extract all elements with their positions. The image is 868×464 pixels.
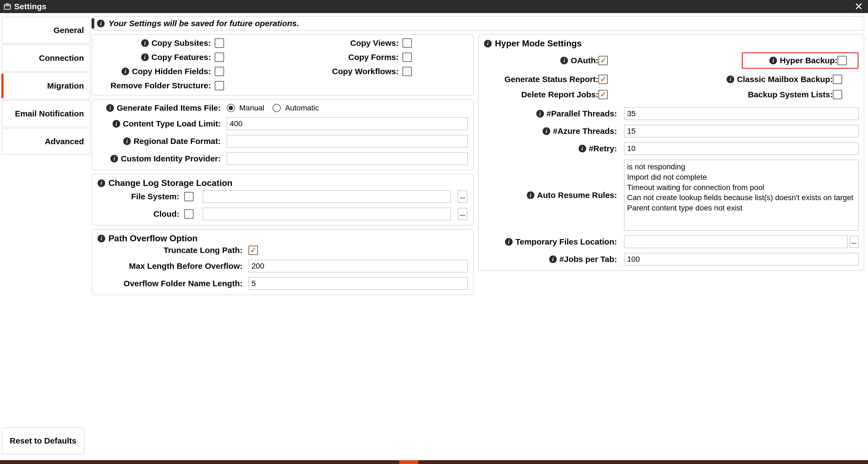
- jobs-per-tab-input[interactable]: [624, 253, 859, 266]
- remove-folder-structure-label: Remove Folder Structure:: [111, 81, 211, 90]
- generate-status-report-checkbox[interactable]: [598, 75, 608, 84]
- failed-items-automatic-radio[interactable]: [273, 104, 281, 112]
- classic-mailbox-backup-checkbox[interactable]: [833, 75, 842, 84]
- regional-date-format-input[interactable]: [227, 135, 468, 148]
- delete-report-jobs-checkbox[interactable]: [598, 90, 608, 99]
- path-overflow-panel: Path Overflow Option Truncate Long Path:…: [92, 229, 473, 295]
- info-icon: [505, 238, 513, 246]
- cloud-path-input[interactable]: [203, 208, 451, 220]
- max-length-before-overflow-input[interactable]: [249, 260, 468, 272]
- change-log-panel: Change Log Storage Location File System:…: [92, 174, 473, 225]
- sidebar: General Connection Migration Email Notif…: [0, 13, 91, 460]
- hyper-mode-title: Hyper Mode Settings: [495, 38, 582, 49]
- tab-label: Email Notification: [15, 109, 84, 118]
- copy-hidden-fields-label: Copy Hidden Fields:: [132, 67, 211, 76]
- copy-hidden-fields-checkbox[interactable]: [215, 67, 224, 76]
- info-icon: [527, 191, 534, 199]
- temporary-files-location-input[interactable]: [624, 236, 847, 248]
- overflow-folder-name-length-label: Overflow Folder Name Length:: [123, 279, 243, 288]
- copy-features-checkbox[interactable]: [215, 53, 224, 62]
- file-system-browse-button[interactable]: ...: [458, 191, 467, 203]
- close-icon[interactable]: ✕: [853, 1, 865, 12]
- hyper-backup-checkbox[interactable]: [837, 56, 847, 65]
- tab-email-notification[interactable]: Email Notification: [2, 100, 90, 127]
- oauth-checkbox[interactable]: [598, 56, 608, 65]
- info-icon: [122, 68, 129, 75]
- failed-items-panel: Generate Failed Items File: Manual Autom…: [92, 99, 473, 170]
- file-system-path-input[interactable]: [203, 190, 451, 203]
- jobs-per-tab-label: #Jobs per Tab:: [559, 255, 617, 264]
- content-type-load-limit-label: Content Type Load Limit:: [123, 119, 221, 128]
- azure-threads-label: #Azure Threads:: [553, 126, 617, 136]
- auto-resume-rules-label: Auto Resume Rules:: [537, 191, 617, 200]
- azure-threads-input[interactable]: [624, 125, 859, 137]
- auto-resume-rules-textarea[interactable]: [624, 160, 859, 230]
- info-icon: [98, 235, 105, 242]
- tab-label: Advanced: [45, 137, 84, 146]
- info-icon: [111, 155, 118, 162]
- tab-label: Connection: [39, 54, 84, 63]
- radio-manual-label: Manual: [239, 103, 265, 112]
- parallel-threads-label: #Parallel Threads:: [547, 109, 617, 118]
- tab-label: Migration: [47, 81, 84, 91]
- change-log-title: Change Log Storage Location: [108, 178, 232, 188]
- cloud-label: Cloud:: [153, 209, 179, 219]
- info-icon: [536, 110, 544, 118]
- info-icon: [113, 120, 120, 128]
- parallel-threads-input[interactable]: [624, 107, 859, 120]
- reset-label: Reset to Defaults: [9, 436, 76, 445]
- info-icon: [141, 39, 149, 47]
- retry-input[interactable]: [624, 142, 859, 155]
- copy-forms-checkbox[interactable]: [403, 53, 412, 62]
- delete-report-jobs-label: Delete Report Jobs:: [521, 90, 598, 99]
- info-icon: [97, 20, 105, 27]
- generate-status-report-label: Generate Status Report:: [504, 75, 598, 84]
- max-length-before-overflow-label: Max Length Before Overflow:: [129, 261, 243, 271]
- copy-features-label: Copy Features:: [152, 53, 211, 62]
- tab-connection[interactable]: Connection: [2, 45, 90, 71]
- custom-identity-provider-input[interactable]: [227, 152, 468, 165]
- overflow-folder-name-length-input[interactable]: [249, 277, 468, 290]
- remove-folder-structure-checkbox[interactable]: [215, 81, 224, 90]
- hyper-backup-label: Hyper Backup:: [780, 56, 837, 65]
- backup-system-lists-checkbox[interactable]: [833, 90, 842, 99]
- info-icon: [542, 127, 550, 135]
- copy-workflows-checkbox[interactable]: [403, 67, 412, 76]
- temporary-files-location-label: Temporary Files Location:: [515, 237, 617, 246]
- radio-automatic-label: Automatic: [285, 103, 319, 112]
- temporary-files-location-browse-button[interactable]: ...: [850, 236, 859, 248]
- info-icon: [141, 54, 149, 61]
- cloud-checkbox[interactable]: [184, 209, 193, 219]
- content-type-load-limit-input[interactable]: [227, 118, 468, 130]
- classic-mailbox-backup-label: Classic Mailbox Backup:: [737, 75, 833, 84]
- truncate-long-path-label: Truncate Long Path:: [163, 246, 243, 255]
- oauth-label: OAuth:: [571, 56, 598, 65]
- cloud-browse-button[interactable]: ...: [458, 208, 467, 220]
- status-bar: [0, 460, 868, 464]
- truncate-long-path-checkbox[interactable]: [249, 246, 258, 255]
- tab-migration[interactable]: Migration: [2, 72, 90, 99]
- custom-identity-provider-label: Custom Identity Provider:: [121, 154, 221, 163]
- info-icon: [560, 57, 568, 64]
- tab-advanced[interactable]: Advanced: [2, 128, 90, 155]
- copy-subsites-checkbox[interactable]: [215, 38, 224, 48]
- tab-general[interactable]: General: [2, 17, 90, 43]
- copy-views-checkbox[interactable]: [403, 38, 412, 48]
- copy-forms-label: Copy Forms:: [348, 53, 399, 62]
- titlebar: Settings ✕: [0, 0, 868, 13]
- svg-rect-0: [4, 5, 11, 9]
- reset-to-defaults-button[interactable]: Reset to Defaults: [2, 428, 85, 454]
- file-system-checkbox[interactable]: [184, 192, 193, 201]
- window-title: Settings: [14, 2, 46, 11]
- generate-failed-items-file-label: Generate Failed Items File:: [117, 103, 221, 113]
- content-area: Your Settings will be saved for future o…: [91, 13, 868, 460]
- info-icon: [484, 40, 492, 48]
- path-overflow-title: Path Overflow Option: [108, 234, 197, 243]
- failed-items-manual-radio[interactable]: [227, 104, 235, 112]
- info-banner: Your Settings will be saved for future o…: [92, 17, 864, 31]
- retry-label: #Retry:: [589, 144, 617, 153]
- info-banner-text: Your Settings will be saved for future o…: [108, 19, 299, 28]
- copy-options-panel: Copy Subsites: Copy Views: Copy Features…: [92, 34, 473, 95]
- backup-system-lists-label: Backup System Lists:: [748, 90, 833, 99]
- hyper-backup-highlight: Hyper Backup:: [742, 52, 859, 69]
